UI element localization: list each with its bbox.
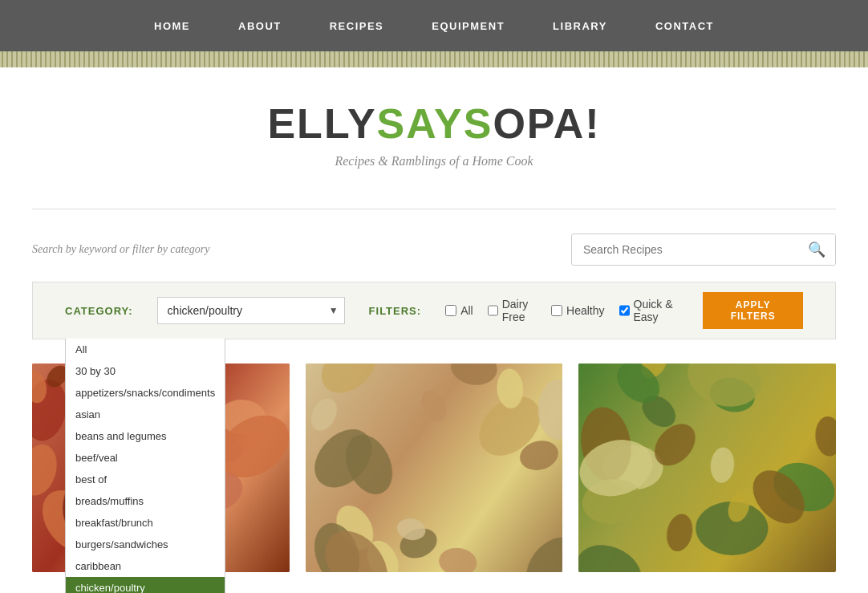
search-hint: Search by keyword or filter by category — [32, 243, 209, 256]
filter-healthy-label: Healthy — [566, 304, 604, 317]
filter-all-label: All — [460, 304, 473, 317]
filter-bar: CATEGORY: All30 by 30appetizers/snacks/c… — [32, 282, 836, 339]
filter-healthy[interactable]: Healthy — [551, 304, 604, 317]
nav-equipment[interactable]: EQUIPMENT — [432, 20, 505, 32]
dropdown-item[interactable]: asian — [66, 404, 225, 425]
filter-healthy-checkbox[interactable] — [551, 305, 562, 316]
filters-label: FILTERS: — [369, 305, 422, 317]
main-nav: HOME ABOUT RECIPES EQUIPMENT LIBRARY CON… — [0, 0, 868, 51]
nav-recipes[interactable]: RECIPES — [330, 20, 384, 32]
nav-contact[interactable]: CONTACT — [655, 20, 714, 32]
dropdown-item[interactable]: breads/muffins — [66, 490, 225, 512]
dropdown-item[interactable]: 30 by 30 — [66, 360, 225, 382]
search-button[interactable]: 🔍 — [798, 234, 835, 265]
filter-dairy-free[interactable]: Dairy Free — [488, 298, 537, 323]
dropdown-item[interactable]: beans and legumes — [66, 425, 225, 447]
dropdown-item[interactable]: caribbean — [66, 555, 225, 577]
dropdown-item[interactable]: breakfast/brunch — [66, 512, 225, 534]
nav-home[interactable]: HOME — [154, 20, 190, 32]
category-select-wrapper: All30 by 30appetizers/snacks/condimentsa… — [157, 297, 345, 324]
dropdown-item[interactable]: All — [66, 339, 225, 360]
title-elly: ELLY — [267, 100, 376, 147]
filter-all[interactable]: All — [445, 304, 473, 317]
filter-all-checkbox[interactable] — [445, 305, 456, 316]
filter-dairy-free-label: Dairy Free — [502, 298, 537, 323]
apply-filters-button[interactable]: APPLY FILTERS — [703, 292, 803, 329]
recipe-photo-3[interactable] — [578, 364, 836, 572]
filter-quick-easy[interactable]: Quick & Easy — [619, 298, 679, 323]
filter-options: All Dairy Free Healthy Quick & Easy — [445, 298, 679, 323]
filter-quick-easy-checkbox[interactable] — [619, 305, 630, 316]
greek-key-border — [0, 51, 868, 67]
site-tagline: Recipes & Ramblings of a Home Cook — [16, 154, 852, 169]
recipe-photo-2[interactable] — [306, 364, 563, 572]
title-opa: OPA! — [493, 100, 600, 147]
category-dropdown: All30 by 30appetizers/snacks/condimentsa… — [65, 339, 225, 593]
dropdown-item[interactable]: beef/veal — [66, 447, 225, 469]
category-select[interactable]: All30 by 30appetizers/snacks/condimentsa… — [157, 297, 345, 324]
dropdown-item[interactable]: chicken/poultry — [66, 577, 225, 593]
dropdown-item[interactable]: best of — [66, 469, 225, 490]
search-box: 🔍 — [571, 234, 836, 266]
nav-about[interactable]: ABOUT — [238, 20, 282, 32]
header-divider — [32, 209, 836, 209]
dropdown-item[interactable]: burgers/sandwiches — [66, 534, 225, 555]
filter-dairy-free-checkbox[interactable] — [488, 305, 498, 316]
search-section: Search by keyword or filter by category … — [0, 234, 868, 282]
site-header: ELLYSAYSOPA! Recipes & Ramblings of a Ho… — [0, 67, 868, 185]
title-says: SAYS — [377, 100, 493, 147]
nav-library[interactable]: LIBRARY — [553, 20, 607, 32]
category-label: CATEGORY: — [65, 305, 133, 317]
site-title: ELLYSAYSOPA! — [16, 100, 852, 148]
search-input[interactable] — [572, 235, 798, 264]
filter-quick-easy-label: Quick & Easy — [634, 298, 679, 323]
dropdown-item[interactable]: appetizers/snacks/condiments — [66, 382, 225, 404]
